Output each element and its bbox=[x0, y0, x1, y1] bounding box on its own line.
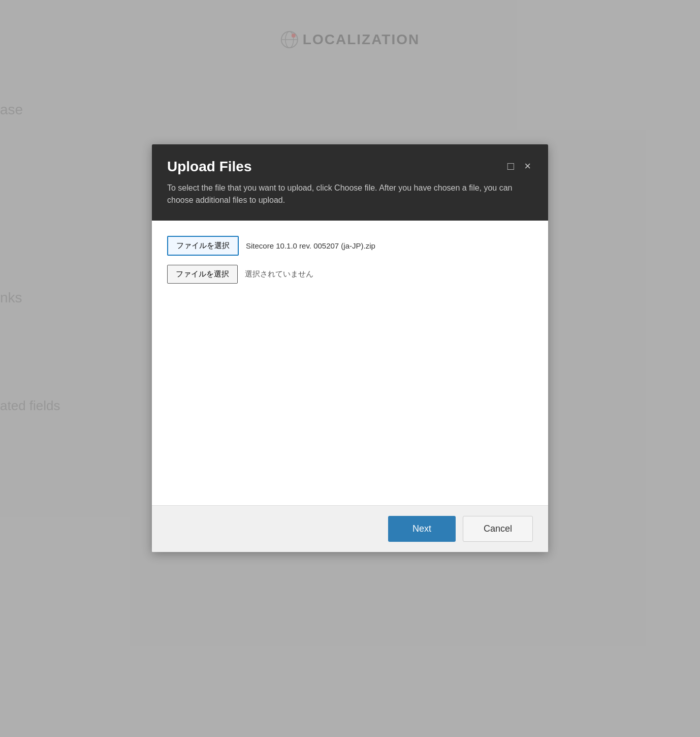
modal-footer: Next Cancel bbox=[152, 505, 548, 552]
file-choose-button-2[interactable]: ファイルを選択 bbox=[167, 265, 238, 284]
file-name-2: 選択されていません bbox=[245, 269, 313, 279]
close-button[interactable]: × bbox=[522, 159, 533, 174]
cancel-button[interactable]: Cancel bbox=[463, 516, 533, 542]
file-input-row-2: ファイルを選択 選択されていません bbox=[167, 265, 533, 284]
modal-title: Upload Files bbox=[167, 159, 251, 175]
maximize-button[interactable]: □ bbox=[505, 159, 516, 174]
modal-description: To select the file that you want to uplo… bbox=[167, 182, 533, 206]
modal-overlay: Upload Files □ × To select the file that… bbox=[0, 0, 700, 737]
file-choose-button-1[interactable]: ファイルを選択 bbox=[167, 236, 239, 256]
modal-body: ファイルを選択 Sitecore 10.1.0 rev. 005207 (ja-… bbox=[152, 221, 548, 505]
file-name-1: Sitecore 10.1.0 rev. 005207 (ja-JP).zip bbox=[246, 241, 375, 250]
page-background: LOCALIZATION ase nks ated fields Upload … bbox=[0, 0, 700, 737]
next-button[interactable]: Next bbox=[388, 516, 456, 542]
modal-header-top: Upload Files □ × bbox=[167, 159, 533, 175]
modal-header: Upload Files □ × To select the file that… bbox=[152, 144, 548, 221]
modal-header-actions: □ × bbox=[505, 159, 533, 174]
upload-files-modal: Upload Files □ × To select the file that… bbox=[152, 144, 548, 552]
file-input-row-1: ファイルを選択 Sitecore 10.1.0 rev. 005207 (ja-… bbox=[167, 236, 533, 256]
